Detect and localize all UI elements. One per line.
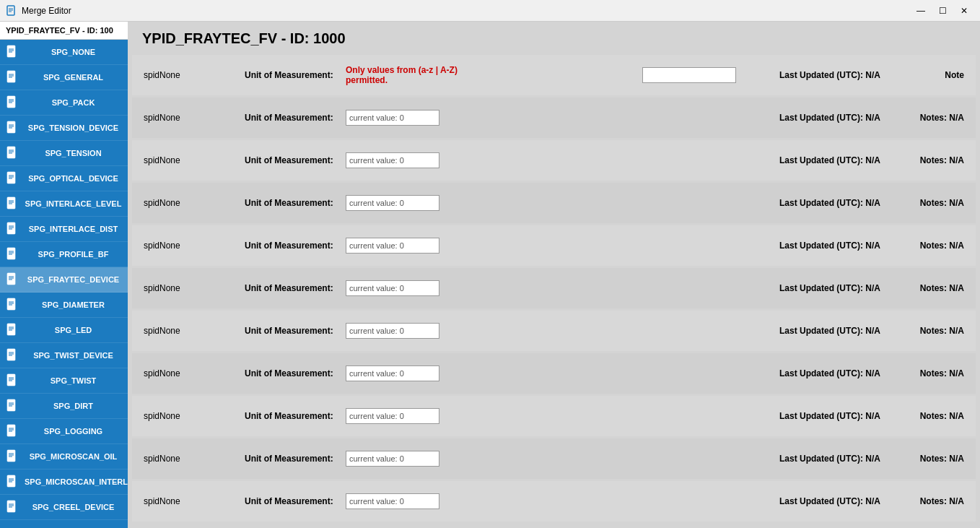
sidebar-item-label: SPG_TWIST [25, 376, 122, 386]
row-spid: spidNone [144, 411, 245, 421]
table-row: spidNoneUnit of Measurement:Last Updated… [132, 481, 976, 521]
sidebar-item-spg-microscan-interlace[interactable]: SPG_MICROSCAN_INTERLACE [0, 469, 128, 495]
row-notes: Notes: N/A [892, 113, 964, 123]
row-text-input[interactable] [346, 238, 439, 254]
sidebar-item-spg-microscan-oil[interactable]: SPG_MICROSCAN_OIL [0, 444, 128, 469]
row-text-input[interactable] [346, 408, 439, 424]
row-text-input[interactable] [346, 365, 439, 381]
svg-rect-48 [7, 324, 15, 335]
svg-rect-72 [7, 475, 15, 487]
row-text-input[interactable] [642, 67, 736, 83]
row-value-area [346, 451, 736, 467]
sidebar-item-spg-pack[interactable]: SPG_PACK [0, 90, 128, 116]
row-value-area: Only values from (a-z | A-Z) permitted. [346, 65, 736, 85]
svg-rect-36 [7, 248, 15, 259]
sidebar-item-spg-diameter[interactable]: SPG_DIAMETER [0, 293, 128, 318]
sidebar-item-spg-interlace-dist[interactable]: SPG_INTERLACE_DIST [0, 217, 128, 242]
sidebar-item-label: SPG_INTERLACE_DIST [25, 224, 122, 234]
sidebar-item-label: SPG_LED [25, 325, 122, 335]
row-uom-label: Unit of Measurement: [245, 496, 346, 506]
sidebar-item-spg-interlace-level[interactable]: SPG_INTERLACE_LEVEL [0, 191, 128, 217]
row-value-area [346, 365, 736, 381]
row-text-input[interactable] [346, 195, 439, 211]
sidebar-item-label: SPG_PACK [25, 98, 122, 108]
sidebar-item-spg-tension[interactable]: SPG_TENSION [0, 141, 128, 166]
svg-rect-68 [7, 450, 15, 462]
svg-rect-56 [7, 374, 15, 386]
doc-icon [6, 171, 19, 186]
doc-icon [6, 348, 19, 363]
sidebar-item-spg-logging[interactable]: SPG_LOGGING [0, 419, 128, 444]
row-text-input[interactable] [346, 493, 439, 509]
sidebar-item-label: SPG_LOGGING [25, 426, 122, 436]
sidebar-item-spg-fraytec-device[interactable]: SPG_FRAYTEC_DEVICE [0, 267, 128, 293]
row-text-input[interactable] [346, 152, 439, 168]
table-row: spidNoneUnit of Measurement:Last Updated… [132, 353, 976, 394]
row-text-input[interactable] [346, 110, 439, 126]
svg-rect-8 [7, 71, 15, 82]
row-spid: spidNone [144, 326, 245, 336]
row-text-input[interactable] [346, 323, 439, 339]
sidebar-item-label: SPG_MICROSCAN_OIL [25, 451, 122, 462]
row-last-updated: Last Updated (UTC): N/A [736, 241, 880, 251]
row-uom-label: Unit of Measurement: [245, 113, 346, 123]
close-button[interactable]: ✕ [954, 4, 974, 18]
sidebar-item-label: SPG_CREEL_DEVICE [25, 502, 122, 512]
row-value-area [346, 323, 736, 339]
maximize-button[interactable]: ☐ [932, 4, 953, 18]
row-uom-label: Unit of Measurement: [245, 70, 346, 80]
sidebar-item-spg-twist-device[interactable]: SPG_TWIST_DEVICE [0, 343, 128, 368]
row-value-area [346, 110, 736, 126]
svg-rect-44 [7, 298, 15, 310]
svg-rect-52 [7, 349, 15, 360]
sidebar-item-spg-none[interactable]: SPG_NONE [0, 40, 128, 65]
sidebar-item-spg-profile-bf[interactable]: SPG_PROFILE_BF [0, 242, 128, 267]
data-rows: spidNoneUnit of Measurement:Only values … [128, 53, 980, 524]
table-row: spidNoneUnit of Measurement:Last Updated… [132, 268, 976, 308]
row-value-area [346, 408, 736, 424]
svg-rect-60 [7, 399, 15, 411]
doc-icon [6, 95, 19, 110]
title-bar-title: Merge Editor [22, 6, 71, 16]
sidebar-item-spg-optical-device[interactable]: SPG_OPTICAL_DEVICE [0, 166, 128, 191]
row-last-updated: Last Updated (UTC): N/A [736, 411, 880, 421]
minimize-button[interactable]: — [911, 4, 931, 18]
sidebar-item-spg-general[interactable]: SPG_GENERAL [0, 65, 128, 90]
row-uom-label: Unit of Measurement: [245, 411, 346, 421]
svg-rect-4 [7, 46, 15, 57]
table-row: spidNoneUnit of Measurement:Last Updated… [132, 98, 976, 138]
doc-icon [6, 500, 19, 514]
sidebar-item-spg-creel-device[interactable]: SPG_CREEL_DEVICE [0, 495, 128, 520]
sidebar-item-spg-twist[interactable]: SPG_TWIST [0, 368, 128, 394]
row-text-input[interactable] [346, 451, 439, 467]
row-uom-label: Unit of Measurement: [245, 326, 346, 336]
row-spid: spidNone [144, 241, 245, 251]
row-last-updated: Last Updated (UTC): N/A [736, 283, 880, 293]
svg-rect-16 [7, 121, 15, 133]
sidebar-item-label: SPG_GENERAL [25, 72, 122, 82]
row-last-updated: Last Updated (UTC): N/A [736, 155, 880, 165]
row-notes: Notes: N/A [892, 368, 964, 378]
sidebar-item-spg-led[interactable]: SPG_LED [0, 318, 128, 343]
svg-rect-12 [7, 96, 15, 108]
sidebar-item-label: SPG_INTERLACE_LEVEL [25, 199, 122, 209]
row-last-updated: Last Updated (UTC): N/A [736, 496, 880, 506]
row-notes: Note [892, 70, 964, 80]
sidebar-item-label: SPG_DIAMETER [25, 300, 122, 310]
svg-rect-32 [7, 222, 15, 234]
row-uom-label: Unit of Measurement: [245, 454, 346, 464]
row-text-input[interactable] [346, 280, 439, 296]
svg-rect-20 [7, 147, 15, 158]
sidebar-item-label: SPG_TWIST_DEVICE [25, 350, 122, 360]
sidebar-item-spg-tension-device[interactable]: SPG_TENSION_DEVICE [0, 116, 128, 141]
title-bar-controls: — ☐ ✕ [911, 4, 974, 18]
sidebar-item-label: SPG_DIRT [25, 401, 122, 411]
content-area: YPID_FRAYTEC_FV - ID: 1000 spidNoneUnit … [128, 22, 980, 528]
doc-icon [6, 298, 19, 312]
row-spid: spidNone [144, 155, 245, 165]
doc-icon [6, 121, 19, 135]
sidebar-item-spg-dirt[interactable]: SPG_DIRT [0, 394, 128, 419]
row-value-area [346, 238, 736, 254]
sidebar-item-label: SPG_NONE [25, 47, 122, 57]
row-spid: spidNone [144, 283, 245, 293]
